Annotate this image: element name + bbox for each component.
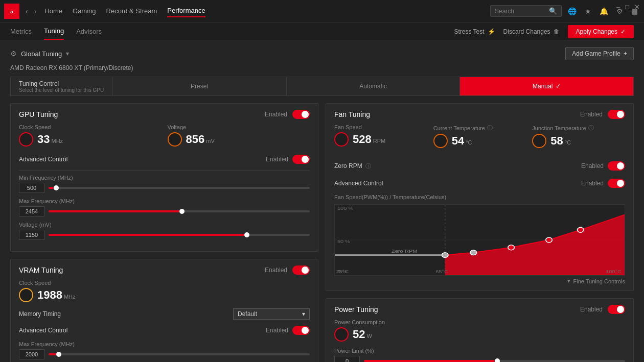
dropdown-chevron: ▾: [302, 310, 305, 318]
nav-home[interactable]: Home: [44, 5, 62, 17]
minimize-icon[interactable]: –: [616, 3, 620, 11]
gpu-name: AMD Radeon RX 6800 XT (Primary/Discrete): [10, 64, 634, 71]
nav-gaming[interactable]: Gaming: [73, 5, 96, 17]
vram-advanced-right: Enabled: [266, 326, 310, 335]
gpu-advanced-toggle-track[interactable]: [292, 155, 310, 164]
svg-marker-6: [335, 215, 625, 275]
nav-performance[interactable]: Performance: [167, 5, 205, 17]
current-temp-info-icon[interactable]: ⓘ: [487, 124, 493, 132]
search-icon: 🔍: [549, 7, 557, 15]
tuning-control-title: Tuning Control: [19, 80, 104, 87]
memory-timing-dropdown[interactable]: Default ▾: [233, 308, 310, 320]
nav-links: Home Gaming Record & Stream Performance: [44, 5, 490, 17]
apply-button[interactable]: Apply Changes ✓: [568, 25, 634, 38]
gpu-tuning-header-right: Enabled: [265, 110, 310, 119]
svg-text:a: a: [10, 8, 13, 14]
gpu-advanced-label: Advanced Control: [19, 156, 67, 163]
fan-advanced-toggle[interactable]: [608, 179, 625, 188]
fan-tuning-toggle[interactable]: [608, 110, 625, 119]
stress-test-button[interactable]: Stress Test ⚡: [454, 28, 495, 35]
discard-button[interactable]: Discard Changes 🗑: [503, 28, 560, 35]
power-enabled-label: Enabled: [580, 306, 603, 313]
max-freq-slider[interactable]: [49, 210, 310, 212]
vram-advanced-control-row: Advanced Control Enabled: [19, 324, 310, 337]
gpu-advanced-toggle[interactable]: [292, 155, 310, 164]
global-tuning-dropdown-arrow[interactable]: ▾: [66, 50, 69, 57]
vram-clock-label: Clock Speed: [19, 280, 310, 286]
search-input[interactable]: [495, 8, 549, 15]
global-tuning-label: Global Tuning: [21, 50, 62, 58]
junction-temp-num: 58: [550, 134, 563, 148]
zero-rpm-info-icon[interactable]: ⓘ: [365, 162, 371, 170]
tuning-mode-automatic[interactable]: Automatic: [287, 77, 461, 95]
forward-button[interactable]: ›: [32, 6, 39, 16]
junction-temp-info-icon[interactable]: ⓘ: [588, 124, 594, 132]
globe-button[interactable]: 🌐: [566, 5, 579, 17]
voltage-slider[interactable]: [49, 234, 310, 236]
sub-nav-right: Stress Test ⚡ Discard Changes 🗑 Apply Ch…: [454, 25, 634, 38]
gpu-advanced-control-row: Advanced Control Enabled: [19, 153, 310, 166]
fine-tuning-row[interactable]: ▾ Fine Tuning Controls: [334, 278, 625, 284]
tab-tuning[interactable]: Tuning: [44, 23, 64, 40]
power-value-row: 52 W: [334, 327, 625, 342]
vram-tuning-toggle[interactable]: [292, 266, 310, 275]
vram-max-freq-slider[interactable]: [49, 353, 310, 355]
fan-tuning-panel: Fan Tuning Enabled Fan Speed: [326, 103, 634, 291]
bell-button[interactable]: 🔔: [597, 5, 610, 17]
fan-speed-num: 528: [353, 133, 372, 146]
star-button[interactable]: ★: [583, 5, 593, 17]
vram-tuning-toggle-track[interactable]: [292, 266, 310, 275]
power-limit-slider[interactable]: [364, 360, 625, 362]
close-icon[interactable]: ✕: [634, 3, 640, 11]
tuning-mode-preset[interactable]: Preset: [113, 77, 287, 95]
power-tuning-toggle[interactable]: [608, 305, 625, 314]
voltage-mv-label: Voltage (mV): [19, 222, 310, 228]
gpu-stats-row: Clock Speed 33 MHz Voltage: [19, 124, 310, 153]
tuning-control-bar: Tuning Control Select the level of tunin…: [10, 77, 634, 96]
memory-timing-label: Memory Timing: [19, 310, 61, 318]
fan-advanced-toggle-track[interactable]: [608, 179, 625, 188]
check-icon: ✓: [556, 83, 561, 90]
stress-test-label: Stress Test: [454, 28, 484, 35]
memory-timing-value: Default: [238, 310, 257, 318]
zero-rpm-toggle-track[interactable]: [608, 161, 625, 171]
gpu-tuning-panel: GPU Tuning Enabled Clock Speed: [10, 103, 318, 252]
max-freq-value-box: 2454: [19, 206, 44, 216]
right-column: Fan Tuning Enabled Fan Speed: [326, 103, 634, 362]
gpu-tuning-toggle[interactable]: [292, 110, 310, 119]
junction-temp-label: Junction Temperature: [532, 125, 586, 131]
tab-metrics[interactable]: Metrics: [10, 23, 32, 39]
zero-rpm-right: Enabled: [581, 161, 625, 171]
vram-advanced-toggle-track[interactable]: [292, 326, 310, 335]
add-game-profile-button[interactable]: Add Game Profile +: [565, 47, 634, 60]
clock-speed-dial: [19, 132, 33, 147]
clock-speed-label: Clock Speed: [19, 124, 162, 130]
power-tuning-toggle-track[interactable]: [608, 305, 625, 314]
fan-speed-block: Fan Speed 528 RPM: [334, 124, 427, 154]
min-freq-slider[interactable]: [49, 187, 310, 189]
fan-chart[interactable]: 100 % 50 % 0 % Zero RPM 65°C 100°C 25°C: [334, 204, 625, 276]
power-tuning-title: Power Tuning: [334, 305, 378, 313]
fine-tuning-label: Fine Tuning Controls: [573, 278, 626, 284]
fan-stats-row: Fan Speed 528 RPM Current Temperature: [334, 124, 625, 154]
vram-advanced-toggle[interactable]: [292, 326, 310, 335]
nav-record-stream[interactable]: Record & Stream: [106, 5, 157, 17]
zero-rpm-label: Zero RPM: [334, 162, 362, 170]
maximize-icon[interactable]: □: [625, 3, 629, 11]
sub-nav-left: Metrics Tuning Advisors: [10, 23, 102, 40]
svg-point-10: [546, 237, 552, 243]
fan-speed-unit: RPM: [373, 138, 385, 144]
tuning-mode-manual[interactable]: Manual ✓: [460, 77, 633, 95]
vram-max-freq-value-box: 2000: [19, 349, 44, 359]
fan-tuning-toggle-track[interactable]: [608, 110, 625, 119]
current-temp-display: 54 °C: [452, 134, 472, 148]
apply-label: Apply Changes: [576, 28, 617, 35]
gpu-tuning-toggle-track[interactable]: [292, 110, 310, 119]
junction-temp-dial: [532, 134, 546, 148]
back-button[interactable]: ‹: [24, 6, 30, 16]
tab-advisors[interactable]: Advisors: [76, 23, 102, 39]
search-box[interactable]: 🔍: [490, 5, 562, 17]
zero-rpm-toggle[interactable]: [608, 161, 625, 171]
vram-clock-display: 1988 MHz: [37, 288, 76, 302]
current-temp-label-row: Current Temperature ⓘ: [433, 124, 526, 132]
